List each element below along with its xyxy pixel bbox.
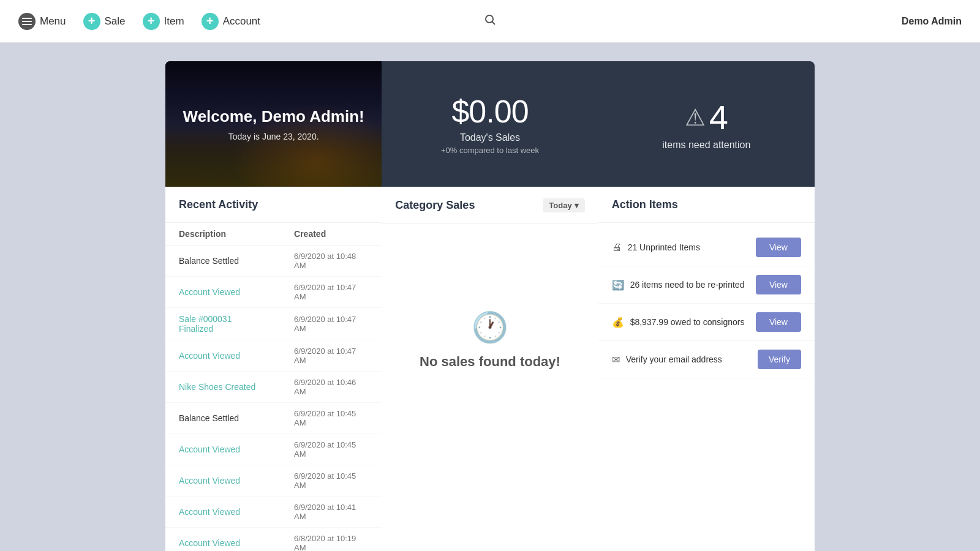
- nav-menu[interactable]: Menu: [18, 13, 66, 30]
- table-row: Sale #000031 Finalized6/9/2020 at 10:47 …: [165, 308, 382, 340]
- action-items-header: Action Items: [598, 187, 815, 223]
- table-row: Account Viewed6/8/2020 at 10:19 AM: [165, 528, 382, 552]
- table-row: Account Viewed6/9/2020 at 10:41 AM: [165, 497, 382, 528]
- col-description: Description: [165, 223, 281, 246]
- recent-activity-header: Recent Activity: [165, 187, 382, 223]
- menu-icon: [18, 13, 36, 30]
- table-row: Balance Settled6/9/2020 at 10:45 AM: [165, 403, 382, 434]
- activity-description[interactable]: Nike Shoes Created: [165, 372, 281, 403]
- no-sales-area: 🕐 No sales found today!: [382, 224, 598, 457]
- action-item-row: 💰$8,937.99 owed to consignorsView: [598, 304, 815, 341]
- activity-description[interactable]: Account Viewed: [165, 434, 281, 465]
- search-area: [484, 13, 496, 29]
- today-filter[interactable]: Today ▾: [543, 198, 584, 212]
- activity-created: 6/9/2020 at 10:48 AM: [281, 246, 382, 277]
- refresh-icon: 🔄: [612, 279, 624, 291]
- clock-icon: 🕐: [472, 310, 508, 345]
- activity-created: 6/9/2020 at 10:47 AM: [281, 340, 382, 372]
- category-sales-title: Category Sales: [395, 199, 475, 212]
- account-label: Account: [223, 15, 260, 28]
- main-content: Welcome, Demo Admin! Today is June 23, 2…: [0, 43, 980, 551]
- action-item-row: ✉Verify your email addressVerify: [598, 341, 815, 378]
- recent-activity-panel: Recent Activity Description Created Bala…: [165, 187, 382, 551]
- navbar: Menu + Sale + Item + Account Demo Admin: [0, 0, 980, 43]
- table-row: Account Viewed6/9/2020 at 10:45 AM: [165, 465, 382, 497]
- action-item-left: 🖨21 Unprinted Items: [612, 242, 700, 253]
- nav-sale[interactable]: + Sale: [83, 13, 126, 30]
- activity-description[interactable]: Sale #000031 Finalized: [165, 308, 281, 340]
- table-row: Account Viewed6/9/2020 at 10:45 AM: [165, 434, 382, 465]
- activity-created: 6/9/2020 at 10:45 AM: [281, 403, 382, 434]
- sale-label: Sale: [105, 15, 126, 28]
- sales-card: $0.00 Today's Sales +0% compared to last…: [382, 61, 598, 187]
- view-button[interactable]: View: [756, 312, 801, 332]
- item-plus-icon: +: [143, 13, 160, 30]
- action-items-list: 🖨21 Unprinted ItemsView🔄26 items need to…: [598, 223, 815, 384]
- search-button[interactable]: [484, 13, 496, 29]
- activity-description[interactable]: Account Viewed: [165, 340, 281, 372]
- svg-rect-1: [22, 21, 32, 22]
- activity-description[interactable]: Account Viewed: [165, 528, 281, 552]
- money-icon: 💰: [612, 317, 624, 328]
- action-item-left: 🔄26 items need to be re-printed: [612, 279, 745, 291]
- view-button[interactable]: View: [756, 275, 801, 294]
- action-item-left: ✉Verify your email address: [612, 354, 722, 365]
- no-sales-text: No sales found today!: [420, 353, 560, 371]
- attention-label: items need attention: [662, 140, 750, 151]
- attention-card: ⚠ 4 items need attention: [598, 61, 815, 187]
- nav-left: Menu + Sale + Item + Account: [18, 13, 260, 30]
- activity-table-header-row: Description Created: [165, 223, 382, 246]
- account-plus-icon: +: [202, 13, 219, 30]
- svg-point-3: [486, 15, 493, 23]
- col-created: Created: [281, 223, 382, 246]
- view-button[interactable]: View: [756, 238, 801, 257]
- table-row: Nike Shoes Created6/9/2020 at 10:46 AM: [165, 372, 382, 403]
- sales-label: Today's Sales: [460, 132, 520, 143]
- action-item-row: 🔄26 items need to be re-printedView: [598, 266, 815, 304]
- action-item-row: 🖨21 Unprinted ItemsView: [598, 229, 815, 266]
- sales-amount: $0.00: [451, 93, 528, 130]
- user-name: Demo Admin: [902, 16, 962, 27]
- svg-rect-0: [22, 18, 32, 19]
- activity-created: 6/9/2020 at 10:41 AM: [281, 497, 382, 528]
- svg-rect-2: [22, 24, 32, 25]
- activity-description[interactable]: Account Viewed: [165, 277, 281, 308]
- activity-created: 6/9/2020 at 10:47 AM: [281, 277, 382, 308]
- activity-created: 6/9/2020 at 10:45 AM: [281, 465, 382, 497]
- activity-created: 6/9/2020 at 10:46 AM: [281, 372, 382, 403]
- sale-plus-icon: +: [83, 13, 100, 30]
- action-item-text: Verify your email address: [626, 354, 722, 364]
- recent-activity-title: Recent Activity: [179, 198, 258, 211]
- category-sales-header: Category Sales Today ▾: [382, 187, 598, 224]
- print-icon: 🖨: [612, 242, 622, 253]
- sales-compare: +0% compared to last week: [441, 146, 539, 155]
- welcome-content: Welcome, Demo Admin! Today is June 23, 2…: [183, 107, 364, 142]
- activity-description: Balance Settled: [165, 403, 281, 434]
- verify-button[interactable]: Verify: [758, 350, 801, 369]
- welcome-card: Welcome, Demo Admin! Today is June 23, 2…: [165, 61, 382, 187]
- nav-item[interactable]: + Item: [143, 13, 184, 30]
- item-label: Item: [164, 15, 184, 28]
- table-row: Account Viewed6/9/2020 at 10:47 AM: [165, 277, 382, 308]
- svg-line-4: [492, 22, 496, 25]
- activity-table-body: Balance Settled6/9/2020 at 10:48 AMAccou…: [165, 246, 382, 552]
- activity-description[interactable]: Account Viewed: [165, 465, 281, 497]
- table-row: Balance Settled6/9/2020 at 10:48 AM: [165, 246, 382, 277]
- nav-account[interactable]: + Account: [202, 13, 260, 30]
- welcome-date: Today is June 23, 2020.: [183, 132, 364, 141]
- bottom-panels-row: Recent Activity Description Created Bala…: [165, 187, 815, 551]
- warning-icon: ⚠: [685, 104, 706, 131]
- activity-description[interactable]: Account Viewed: [165, 497, 281, 528]
- welcome-title: Welcome, Demo Admin!: [183, 107, 364, 127]
- action-item-text: $8,937.99 owed to consignors: [630, 317, 745, 327]
- top-cards-row: Welcome, Demo Admin! Today is June 23, 2…: [165, 61, 815, 187]
- activity-created: 6/9/2020 at 10:45 AM: [281, 434, 382, 465]
- activity-table: Description Created Balance Settled6/9/2…: [165, 223, 382, 551]
- action-items-title: Action Items: [612, 198, 678, 211]
- activity-description: Balance Settled: [165, 246, 281, 277]
- action-items-panel: Action Items 🖨21 Unprinted ItemsView🔄26 …: [598, 187, 815, 551]
- today-label: Today: [549, 201, 571, 210]
- action-item-text: 26 items need to be re-printed: [630, 280, 745, 290]
- activity-created: 6/8/2020 at 10:19 AM: [281, 528, 382, 552]
- chevron-down-icon: ▾: [575, 201, 579, 210]
